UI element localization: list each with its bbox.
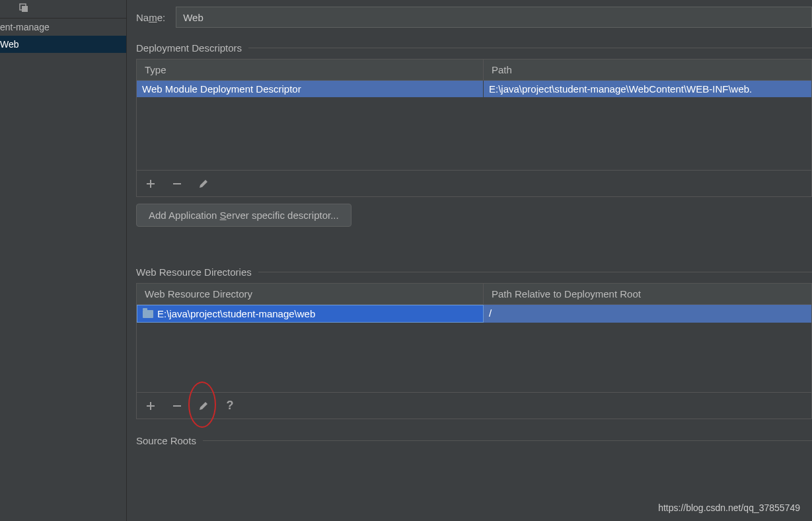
table-header-row: Type Path <box>137 60 811 81</box>
table-empty-area <box>137 323 811 392</box>
section-title: Deployment Descriptors <box>136 42 242 54</box>
col-header-path[interactable]: Path <box>484 60 811 80</box>
sidebar-toolbar <box>0 0 126 19</box>
divider <box>203 440 812 441</box>
cell-type: Web Module Deployment Descriptor <box>137 81 484 97</box>
section-deployment-descriptors-header: Deployment Descriptors <box>136 42 812 54</box>
col-header-dir[interactable]: Web Resource Directory <box>137 284 484 304</box>
section-source-roots-header: Source Roots <box>136 435 812 446</box>
svg-rect-1 <box>22 6 28 12</box>
sidebar-item-label: Web <box>0 39 19 50</box>
remove-button[interactable] <box>170 399 184 413</box>
main-content: Name: Deployment Descriptors Type Path W… <box>127 0 812 521</box>
add-button[interactable] <box>143 399 158 413</box>
name-row: Name: <box>136 7 812 28</box>
name-label: Name: <box>136 12 165 23</box>
divider <box>258 272 812 272</box>
sidebar-item-web[interactable]: Web <box>0 36 126 53</box>
deployment-descriptors-table: Type Path Web Module Deployment Descript… <box>136 59 812 171</box>
folder-icon <box>143 310 153 318</box>
edit-button[interactable] <box>196 399 211 413</box>
sidebar: ent-manage Web <box>0 0 127 521</box>
cell-dir: E:\java\project\student-manage\web <box>137 305 484 323</box>
table-row[interactable]: Web Module Deployment Descriptor E:\java… <box>137 81 811 97</box>
table-row[interactable]: E:\java\project\student-manage\web / <box>137 305 811 323</box>
table-header-row: Web Resource Directory Path Relative to … <box>137 284 811 305</box>
col-header-type[interactable]: Type <box>137 60 484 80</box>
sidebar-item-ent-manage[interactable]: ent-manage <box>0 19 126 36</box>
help-button[interactable]: ? <box>223 399 237 413</box>
watermark: https://blog.csdn.net/qq_37855749 <box>658 502 800 513</box>
add-button[interactable] <box>143 177 158 191</box>
section-web-resource-directories-header: Web Resource Directories <box>136 266 812 278</box>
copy-icon[interactable] <box>18 3 29 15</box>
web-resource-directories-table: Web Resource Directory Path Relative to … <box>136 283 812 393</box>
remove-button[interactable] <box>170 177 184 191</box>
cell-path: E:\java\project\student-manage\WebConten… <box>484 81 811 97</box>
deployment-descriptors-toolbar <box>136 171 812 197</box>
edit-button[interactable] <box>196 177 211 191</box>
col-header-rel[interactable]: Path Relative to Deployment Root <box>484 284 811 304</box>
section-title: Web Resource Directories <box>136 266 252 278</box>
name-input[interactable] <box>176 7 812 28</box>
web-resource-directories-toolbar: ? <box>136 393 812 419</box>
section-title: Source Roots <box>136 435 196 446</box>
cell-rel: / <box>484 305 811 323</box>
table-empty-area <box>137 97 811 170</box>
add-server-descriptor-button[interactable]: Add Application Server specific descript… <box>136 204 351 227</box>
divider <box>248 48 812 48</box>
sidebar-item-label: ent-manage <box>0 22 50 32</box>
